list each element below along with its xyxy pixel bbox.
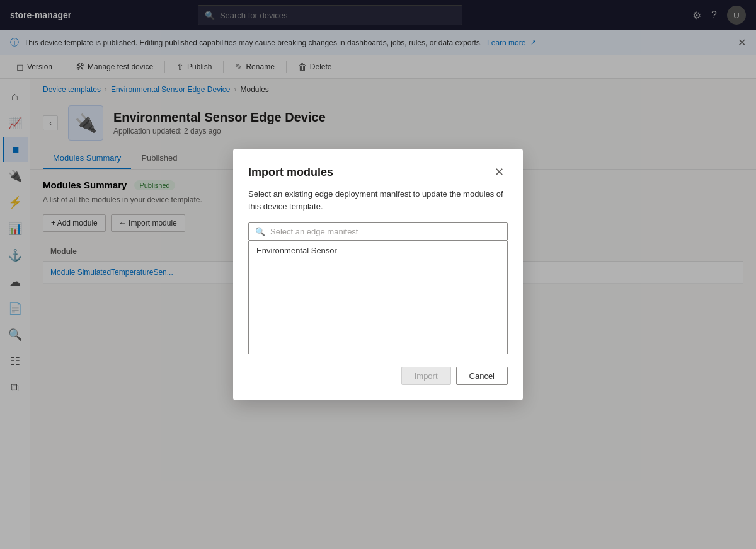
modal-header: Import modules ✕ [248, 164, 508, 180]
modal-description: Select an existing edge deployment manif… [248, 188, 508, 212]
import-modules-modal: Import modules ✕ Select an existing edge… [233, 149, 523, 400]
manifest-list: Environmental Sensor [248, 241, 508, 354]
modal-close-button[interactable]: ✕ [491, 164, 508, 180]
modal-title: Import modules [248, 166, 333, 179]
modal-footer: Import Cancel [248, 367, 508, 385]
manifest-search[interactable]: 🔍 [248, 222, 508, 241]
import-button: Import [401, 367, 451, 385]
cancel-button[interactable]: Cancel [456, 367, 508, 385]
manifest-search-input[interactable] [270, 227, 501, 236]
manifest-item[interactable]: Environmental Sensor [249, 241, 507, 260]
modal-overlay: Import modules ✕ Select an existing edge… [0, 0, 756, 549]
manifest-search-icon: 🔍 [255, 227, 265, 236]
